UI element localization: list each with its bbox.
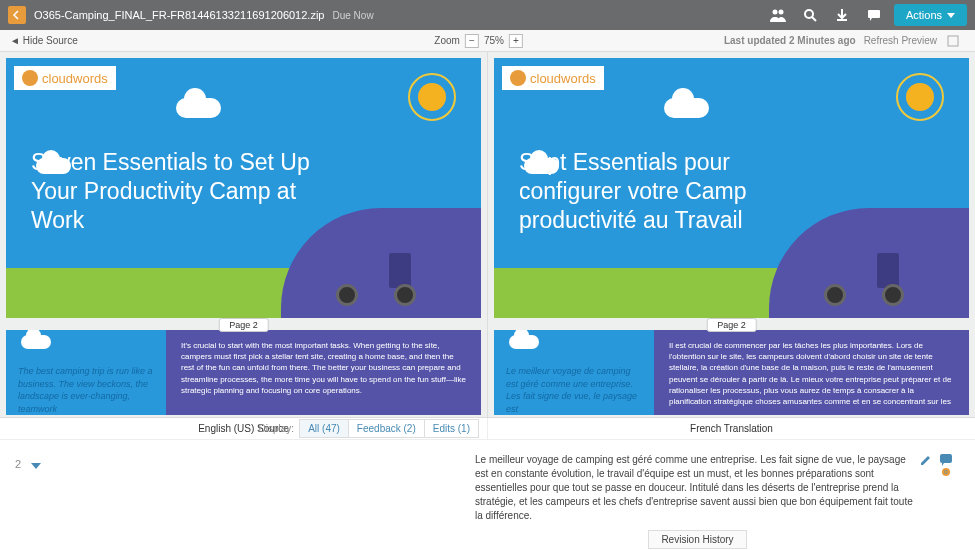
filter-all[interactable]: All (47) [299, 419, 349, 438]
source-slide-1: cloudwords Seven Essentials to Set Up Yo… [6, 58, 481, 318]
target-preview: cloudwords Sept Essentials pour configur… [487, 52, 975, 417]
target-slide-1: cloudwords Sept Essentials pour configur… [494, 58, 969, 318]
last-updated-label: Last updated 2 Minutes ago [724, 35, 856, 46]
target-p2-body: Il est crucial de commencer par les tâch… [654, 330, 969, 415]
segment-row: 2 0 Le meilleur voyage de camping est gé… [0, 440, 975, 550]
zoom-controls: Zoom − 75% + [434, 34, 523, 48]
svg-point-2 [805, 10, 813, 18]
sun-graphic [408, 73, 456, 121]
target-slide-2: Le meilleur voyage de camping est géré c… [494, 330, 969, 415]
expand-icon[interactable] [941, 29, 965, 53]
page-indicator: Page 2 [218, 318, 269, 332]
search-icon[interactable] [798, 3, 822, 27]
page-indicator: Page 2 [706, 318, 757, 332]
actions-button[interactable]: Actions [894, 4, 967, 26]
source-preview: cloudwords Seven Essentials to Set Up Yo… [0, 52, 487, 417]
svg-rect-3 [868, 10, 880, 18]
source-slide-2: The best camping trip is run like a busi… [6, 330, 481, 415]
source-slide-title: Seven Essentials to Set Up Your Producti… [31, 148, 341, 234]
chat-icon[interactable] [862, 3, 886, 27]
revision-history-button[interactable]: Revision History [648, 530, 746, 549]
users-icon[interactable] [766, 3, 790, 27]
source-p2-quote: The best camping trip is run like a busi… [18, 365, 154, 415]
cloudwords-logo: cloudwords [14, 66, 116, 90]
actions-label: Actions [906, 9, 942, 21]
segment-number: 2 [15, 458, 21, 470]
refresh-preview-button[interactable]: Refresh Preview [864, 35, 937, 46]
project-filename: O365-Camping_FINAL_FR-FR8144613321169120… [34, 9, 324, 21]
back-button[interactable] [8, 6, 26, 24]
edit-icon[interactable] [919, 453, 933, 479]
zoom-label: Zoom [434, 35, 460, 46]
due-label: Due Now [332, 10, 373, 21]
segment-expand-icon[interactable] [31, 458, 41, 472]
comment-icon[interactable]: 0 [939, 453, 955, 479]
cloud-graphic [664, 98, 709, 118]
filter-feedback[interactable]: Feedback (2) [348, 419, 425, 438]
target-p2-quote: Le meilleur voyage de camping est géré c… [506, 365, 642, 415]
svg-point-0 [772, 10, 777, 15]
target-slide-title: Sept Essentials pour configurer votre Ca… [519, 148, 829, 234]
filter-edits[interactable]: Edits (1) [424, 419, 479, 438]
zoom-in-button[interactable]: + [509, 34, 523, 48]
hide-source-toggle[interactable]: ◄ Hide Source [10, 35, 78, 46]
display-filters: Display: All (47) Feedback (2) Edits (1) [259, 419, 479, 438]
zoom-value: 75% [484, 35, 504, 46]
svg-point-1 [778, 10, 783, 15]
target-lang-label: French Translation [690, 423, 773, 434]
segment-panel: English (US) Source Display: All (47) Fe… [0, 417, 975, 550]
zoom-out-button[interactable]: − [465, 34, 479, 48]
source-p2-body: It's crucial to start with the most impo… [166, 330, 481, 415]
cloudwords-logo: cloudwords [502, 66, 604, 90]
svg-rect-4 [948, 36, 958, 46]
sun-graphic [896, 73, 944, 121]
sub-toolbar: ◄ Hide Source Zoom − 75% + Last updated … [0, 30, 975, 52]
top-bar: O365-Camping_FINAL_FR-FR8144613321169120… [0, 0, 975, 30]
cloud-graphic [176, 98, 221, 118]
display-label: Display: [259, 423, 295, 434]
download-icon[interactable] [830, 3, 854, 27]
svg-rect-5 [940, 454, 952, 463]
segment-translation[interactable]: Le meilleur voyage de camping est géré c… [475, 453, 920, 523]
preview-area: cloudwords Seven Essentials to Set Up Yo… [0, 52, 975, 417]
